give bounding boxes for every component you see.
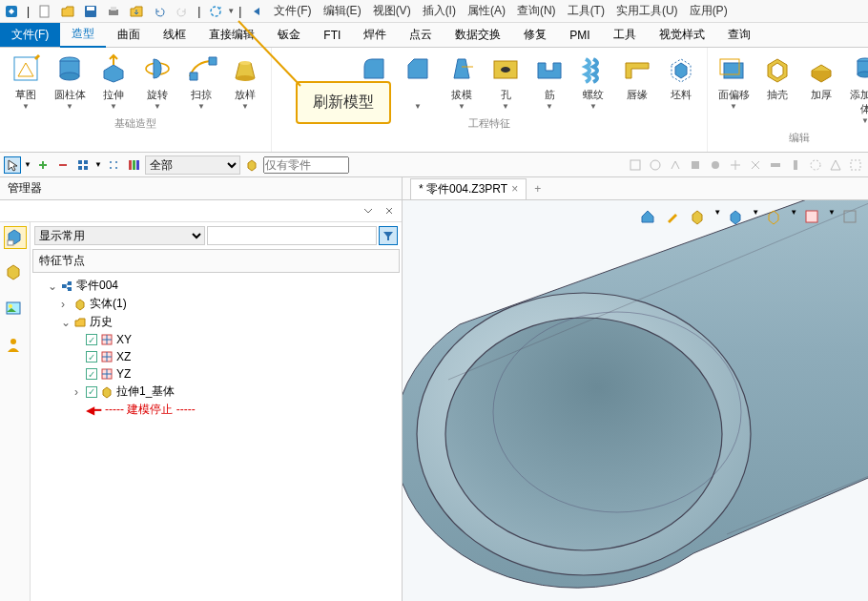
ribbon-tab-data[interactable]: 数据交换 (444, 23, 512, 47)
filter-select[interactable]: 全部 (145, 155, 240, 175)
menu-tools[interactable]: 工具(T) (562, 1, 610, 21)
ribbon-tab-repair[interactable]: 修复 (512, 23, 558, 47)
ribbon-tab-tool[interactable]: 工具 (602, 23, 648, 47)
tree-plane-xy[interactable]: ✓XY (34, 331, 398, 348)
offset-button[interactable]: 面偏移▼ (712, 50, 755, 127)
t2-icon-5[interactable] (707, 156, 724, 174)
svg-point-10 (60, 73, 79, 80)
side-tree-icon[interactable] (4, 226, 27, 249)
part-filter-input[interactable] (263, 156, 349, 174)
thicken-button[interactable]: 加厚 (799, 50, 843, 127)
stock-button[interactable]: 坯料 (659, 50, 703, 113)
menu-query[interactable]: 查询(N) (511, 1, 562, 21)
menu-insert[interactable]: 插入(I) (417, 1, 462, 21)
ribbon-tab-wire[interactable]: 线框 (152, 23, 197, 47)
menu-attr[interactable]: 属性(A) (462, 1, 511, 21)
ribbon-tab-weld[interactable]: 焊件 (352, 23, 398, 47)
t2-icon-10[interactable] (807, 156, 824, 174)
t2-icon-8[interactable] (767, 156, 784, 174)
ribbon-tab-direct[interactable]: 直接编辑 (197, 23, 266, 47)
t2-icon-9[interactable] (787, 156, 804, 174)
t2-icon-11[interactable] (827, 156, 844, 174)
side-cube-icon[interactable] (4, 262, 27, 285)
tree-root[interactable]: ⌄零件004 (34, 277, 398, 295)
ribbon-tab-pmi[interactable]: PMI (558, 25, 601, 46)
shell-button[interactable]: 抽壳 (755, 50, 799, 127)
tree-extrude[interactable]: ›✓拉伸1_基体 (34, 383, 398, 401)
pointer-icon[interactable] (4, 156, 21, 174)
vt-cube2-icon[interactable] (727, 208, 746, 227)
new-tab-button[interactable]: + (527, 180, 548, 197)
mgr-close-icon[interactable] (381, 202, 398, 219)
vt-grid-icon[interactable] (803, 208, 822, 227)
loft-button[interactable]: 放样▼ (223, 50, 267, 113)
ribbon-tab-visual[interactable]: 视觉样式 (648, 23, 716, 47)
extrude-button[interactable]: 拉伸▼ (92, 50, 135, 113)
t2-icon-12[interactable] (847, 156, 864, 174)
rib-button[interactable]: 筋▼ (527, 50, 571, 113)
filter-icon[interactable] (379, 226, 398, 245)
grid-icon[interactable] (74, 156, 92, 174)
chamfer-button[interactable]: 倒角▼ (396, 50, 440, 113)
tree-plane-xz[interactable]: ✓XZ (34, 348, 398, 365)
draft-button[interactable]: 拔模▼ (440, 50, 484, 113)
lip-button[interactable]: 唇缘 (615, 50, 659, 113)
t2-icon-4[interactable] (687, 156, 704, 174)
t2-icon-1[interactable] (627, 156, 644, 174)
color-icon[interactable] (125, 156, 142, 174)
view-tab-part[interactable]: * 零件004.Z3PRT× (410, 178, 527, 199)
mgr-collapse-icon[interactable] (360, 202, 377, 219)
side-image-icon[interactable] (4, 299, 27, 321)
cylinder-button[interactable]: 圆柱体▼ (48, 50, 92, 113)
import-icon[interactable] (128, 3, 145, 20)
ribbon-tab-surface[interactable]: 曲面 (106, 23, 152, 47)
ribbon-tab-sheet[interactable]: 钣金 (266, 23, 312, 47)
vt-more-icon[interactable] (841, 208, 860, 227)
side-user-icon[interactable] (4, 335, 27, 358)
viewport[interactable]: ▼ ▼ ▼ ▼ (403, 200, 868, 601)
menu-app[interactable]: 应用(P) (684, 1, 734, 21)
tree-history[interactable]: ⌄历史 (34, 313, 398, 331)
t2-icon-7[interactable] (747, 156, 764, 174)
tree-search-input[interactable] (207, 226, 378, 245)
undo-icon[interactable] (151, 3, 168, 20)
t2-icon-6[interactable] (727, 156, 744, 174)
play-icon[interactable] (248, 3, 265, 20)
ribbon-tab-file[interactable]: 文件(F) (0, 23, 60, 47)
ribbon-tab-cloud[interactable]: 点云 (398, 23, 444, 47)
sweep-button[interactable]: 扫掠▼ (179, 50, 223, 113)
vt-cube1-icon[interactable] (689, 208, 708, 227)
dots-icon[interactable] (105, 156, 122, 174)
revolve-button[interactable]: 旋转▼ (135, 50, 179, 113)
refresh-icon[interactable] (207, 3, 224, 20)
close-tab-icon[interactable]: × (511, 182, 518, 196)
vt-home-icon[interactable] (639, 208, 658, 227)
thread-button[interactable]: 螺纹▼ (571, 50, 615, 113)
save-icon[interactable] (82, 3, 99, 20)
tree-plane-yz[interactable]: ✓YZ (34, 365, 398, 383)
ribbon-tab-shape[interactable]: 造型 (60, 22, 106, 48)
menu-file[interactable]: 文件(F) (268, 1, 317, 21)
menu-utils[interactable]: 实用工具(U) (610, 1, 684, 21)
redo-icon[interactable] (174, 3, 191, 20)
display-filter-select[interactable]: 显示常用 (34, 226, 205, 245)
t2-icon-3[interactable] (667, 156, 684, 174)
plus-icon[interactable] (34, 156, 52, 174)
ribbon-tab-fti[interactable]: FTI (312, 25, 352, 46)
menu-edit[interactable]: 编辑(E) (318, 1, 367, 21)
tree-solid[interactable]: ›实体(1) (34, 295, 398, 313)
ribbon-tab-find[interactable]: 查询 (716, 23, 762, 47)
print-icon[interactable] (105, 3, 122, 20)
vt-cube3-icon[interactable] (765, 208, 784, 227)
menu-view[interactable]: 视图(V) (367, 1, 417, 21)
minus-icon[interactable] (54, 156, 72, 174)
tree-stop[interactable]: ◀━----- 建模停止 ----- (34, 401, 398, 419)
new-icon[interactable] (36, 3, 53, 20)
vt-pencil-icon[interactable] (664, 208, 683, 227)
t2-icon-2[interactable] (647, 156, 664, 174)
hole-button[interactable]: 孔▼ (484, 50, 527, 113)
sketch-button[interactable]: 草图▼ (4, 50, 48, 113)
addsolid-button[interactable]: 添加实体▼ (843, 50, 868, 127)
cube-icon[interactable] (243, 156, 260, 174)
open-icon[interactable] (59, 3, 76, 20)
